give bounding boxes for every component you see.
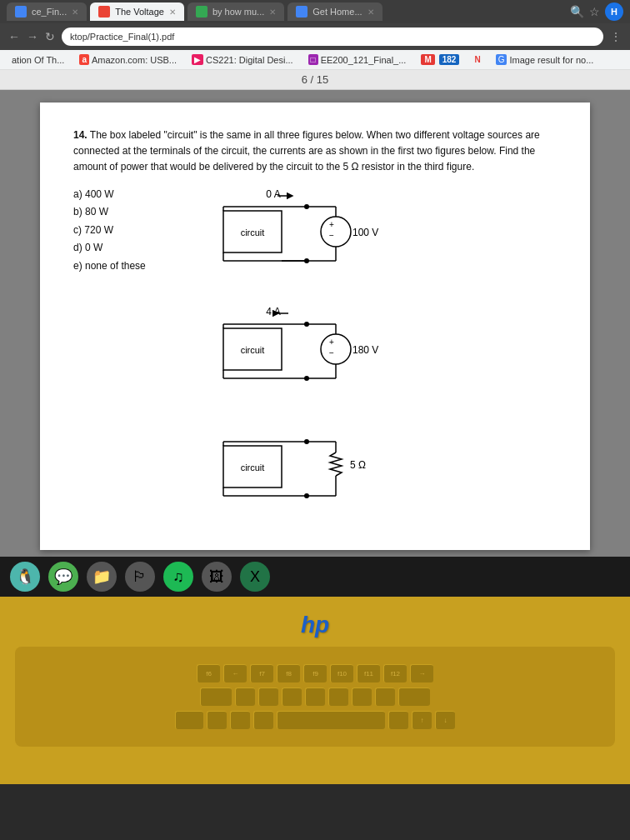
key-row-2 xyxy=(200,688,430,706)
bookmark-6-icon: N xyxy=(474,55,480,64)
bookmark-1[interactable]: ation Of Th... xyxy=(7,53,69,67)
circuit-2-voltage: 180 V xyxy=(352,344,378,356)
key-space[interactable] xyxy=(277,711,385,729)
bookmark-4[interactable]: □ EE200_121_Final_... xyxy=(303,52,412,67)
reload-button[interactable]: ↻ xyxy=(45,30,55,43)
address-bar-row: ← → ↻ ktop/Practice_Final(1).pdf ⋮ xyxy=(0,23,630,50)
bookmark-6[interactable]: N xyxy=(469,53,485,66)
bookmark-3-icon: ▶ xyxy=(192,54,203,65)
taskbar-icon-3[interactable]: 📁 xyxy=(87,562,117,592)
tab-1-close[interactable]: ✕ xyxy=(72,8,78,17)
key-arrow-down[interactable]: ↓ xyxy=(435,711,455,729)
tab-4-close[interactable]: ✕ xyxy=(368,8,374,17)
bookmark-4-label: EE200_121_Final_... xyxy=(321,55,407,65)
pdf-page: 14. The box labeled "circuit" is the sam… xyxy=(40,102,590,550)
tab-4[interactable]: Get Home... ✕ xyxy=(288,2,382,21)
taskbar-icon-photo[interactable]: 🖼 xyxy=(202,562,232,592)
back-button[interactable]: ← xyxy=(8,30,20,43)
bookmark-2-label: Amazon.com: USB... xyxy=(92,55,177,65)
hp-logo: hp xyxy=(301,612,329,638)
circuit-2-dot-top xyxy=(304,322,309,327)
key-shift-left[interactable] xyxy=(200,688,232,706)
circuit-1-minus: − xyxy=(329,231,334,240)
key-f10[interactable]: f9 xyxy=(303,664,327,682)
key-f8[interactable]: f7 xyxy=(250,664,273,682)
profile-avatar[interactable]: H xyxy=(605,2,623,21)
tab-1-favicon xyxy=(15,6,27,18)
keyboard: f6 ← f7 f8 f9 f10 f11 f12 → xyxy=(15,647,615,747)
circuits-area: 0 A circuit + − xyxy=(198,186,557,525)
forward-button[interactable]: → xyxy=(27,30,38,43)
taskbar-icon-1[interactable]: 🐧 xyxy=(10,562,40,592)
choice-a: a) 400 W xyxy=(73,186,165,204)
circuit-2-plus: + xyxy=(329,338,334,347)
key-c[interactable] xyxy=(282,688,302,706)
key-z[interactable] xyxy=(235,688,255,706)
more-options-button[interactable]: ⋮ xyxy=(610,30,622,43)
circuit-3-dot-top xyxy=(304,439,309,444)
circuit-2: 4 A circuit + − xyxy=(198,303,557,408)
tab-4-favicon xyxy=(296,6,308,18)
bookmark-7[interactable]: G Image result for no... xyxy=(491,52,599,67)
tab-1-label: ce_Fin... xyxy=(32,7,67,17)
key-arrow-up[interactable]: ↑ xyxy=(412,711,432,729)
key-alt-r[interactable] xyxy=(388,711,408,729)
page-counter-text: 6 / 15 xyxy=(302,73,329,86)
bookmark-4-icon: □ xyxy=(308,54,318,65)
tab-4-label: Get Home... xyxy=(312,7,362,17)
address-bar[interactable]: ktop/Practice_Final(1).pdf xyxy=(62,28,603,46)
circuit-2-dot-bot xyxy=(304,376,309,381)
taskbar-icon-spotify[interactable]: ♫ xyxy=(163,562,193,592)
tab-2-close[interactable]: ✕ xyxy=(169,8,176,17)
bookmark-2-icon: a xyxy=(79,54,89,65)
bookmark-5[interactable]: M 182 xyxy=(416,52,464,67)
bookmark-5-icon: M xyxy=(421,54,434,65)
circuit-1-box-label: circuit xyxy=(241,228,265,238)
circuit-2-minus: − xyxy=(329,348,334,358)
key-v[interactable] xyxy=(305,688,325,706)
key-f11[interactable]: f10 xyxy=(330,664,353,682)
tab-3-close[interactable]: ✕ xyxy=(269,8,276,17)
question-text: 14. The box labeled "circuit" is the sam… xyxy=(73,128,557,176)
circuit-1-current-label: 0 A xyxy=(266,188,280,200)
key-ctrl[interactable] xyxy=(175,711,203,729)
key-row-3: ↑ ↓ xyxy=(175,711,455,729)
key-fn[interactable] xyxy=(207,711,227,729)
key-f9[interactable]: f8 xyxy=(277,664,300,682)
key-f7[interactable]: ← xyxy=(223,664,247,682)
bookmark-2[interactable]: a Amazon.com: USB... xyxy=(74,52,182,67)
key-alt[interactable] xyxy=(253,711,273,729)
star-icon[interactable]: ☆ xyxy=(589,5,600,18)
key-prt[interactable]: → xyxy=(410,664,433,682)
taskbar-icon-excel[interactable]: X xyxy=(240,562,270,592)
key-win[interactable] xyxy=(230,711,250,729)
tab-2[interactable]: The Voltage ✕ xyxy=(90,2,184,21)
key-row-1: f6 ← f7 f8 f9 f10 f11 f12 → xyxy=(197,664,433,682)
tab-3[interactable]: by how mu... ✕ xyxy=(188,2,284,21)
key-b[interactable] xyxy=(328,688,348,706)
key-shift-right[interactable] xyxy=(398,688,430,706)
tab-3-favicon xyxy=(196,6,208,18)
bookmarks-bar: ation Of Th... a Amazon.com: USB... ▶ CS… xyxy=(0,50,630,70)
browser-right-controls: 🔍 ☆ H xyxy=(570,2,623,21)
key-m[interactable] xyxy=(375,688,395,706)
choice-c: c) 720 W xyxy=(73,222,165,240)
tab-1[interactable]: ce_Fin... ✕ xyxy=(7,2,87,21)
circuit-3-box-label: circuit xyxy=(241,462,265,472)
circuit-2-svg: 4 A circuit + − xyxy=(198,303,382,403)
key-x[interactable] xyxy=(258,688,278,706)
key-f12[interactable]: f11 xyxy=(357,664,380,682)
circuit-3-dot-bot xyxy=(304,493,309,498)
circuit-2-current-label: 4 A xyxy=(266,306,280,318)
key-ins[interactable]: f12 xyxy=(383,664,407,682)
key-n[interactable] xyxy=(352,688,372,706)
search-icon[interactable]: 🔍 xyxy=(570,5,584,18)
bookmark-7-icon: G xyxy=(496,54,508,65)
taskbar-icon-flag[interactable]: 🏳 xyxy=(125,562,155,592)
bookmark-3[interactable]: ▶ CS221: Digital Desi... xyxy=(187,52,298,67)
taskbar-icon-2[interactable]: 💬 xyxy=(48,562,78,592)
key-f6[interactable]: f6 xyxy=(197,664,220,682)
bookmark-1-label: ation Of Th... xyxy=(12,55,64,65)
question-layout: a) 400 W b) 80 W c) 720 W d) 0 W e) none… xyxy=(73,186,557,525)
question-number: 14. xyxy=(73,129,88,141)
